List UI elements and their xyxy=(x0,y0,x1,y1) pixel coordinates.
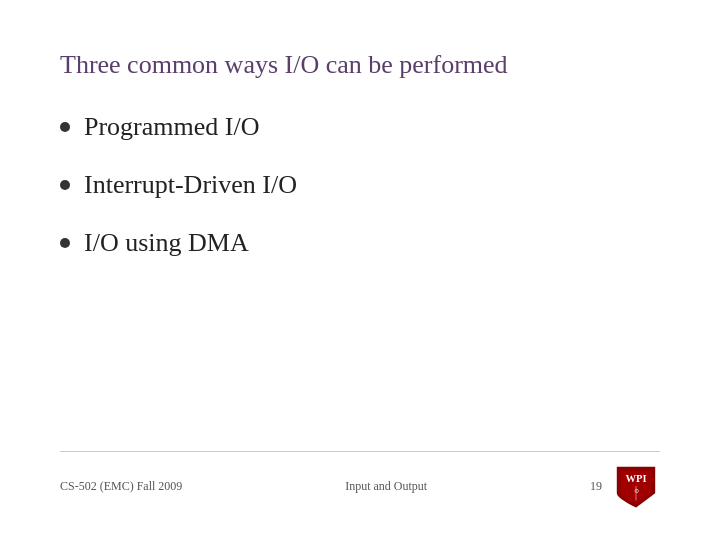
footer: CS-502 (EMC) Fall 2009 Input and Output … xyxy=(60,451,660,510)
footer-right: 19 WPI ⚙ xyxy=(590,462,660,510)
bullet-list: Programmed I/O Interrupt-Driven I/O I/O … xyxy=(60,112,660,451)
wpi-logo-icon: WPI ⚙ xyxy=(612,462,660,510)
bullet-text-3: I/O using DMA xyxy=(84,228,249,258)
bullet-text-1: Programmed I/O xyxy=(84,112,259,142)
bullet-icon xyxy=(60,180,70,190)
svg-text:WPI: WPI xyxy=(625,473,646,484)
svg-text:⚙: ⚙ xyxy=(634,488,639,494)
footer-course: CS-502 (EMC) Fall 2009 xyxy=(60,479,182,494)
bullet-text-2: Interrupt-Driven I/O xyxy=(84,170,297,200)
slide-title: Three common ways I/O can be performed xyxy=(60,50,660,80)
bullet-icon xyxy=(60,238,70,248)
slide: Three common ways I/O can be performed P… xyxy=(0,0,720,540)
list-item: I/O using DMA xyxy=(60,228,660,258)
footer-page-number: 19 xyxy=(590,479,602,494)
list-item: Interrupt-Driven I/O xyxy=(60,170,660,200)
bullet-icon xyxy=(60,122,70,132)
list-item: Programmed I/O xyxy=(60,112,660,142)
footer-topic: Input and Output xyxy=(345,479,427,494)
